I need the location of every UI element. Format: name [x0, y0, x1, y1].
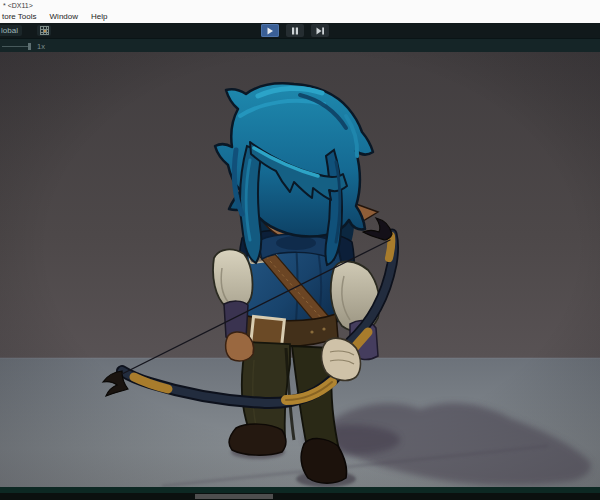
step-button[interactable]	[311, 24, 329, 37]
speed-slider-track[interactable]	[2, 46, 30, 47]
editor-toolbar: lobal	[0, 23, 600, 38]
menu-item-help[interactable]: Help	[91, 12, 107, 21]
pivot-global-label: lobal	[1, 26, 18, 35]
bottom-scrollbar-track[interactable]	[0, 493, 600, 500]
bow-gold-tip-upper	[389, 236, 391, 258]
preview-speed-bar: 1x	[0, 38, 600, 52]
play-button[interactable]	[261, 24, 279, 37]
menu-item-store-tools[interactable]: tore Tools	[2, 12, 37, 21]
left-hand	[226, 332, 254, 361]
menu-bar: tore Tools Window Help	[0, 10, 600, 23]
pivot-global-button[interactable]: lobal	[0, 25, 22, 36]
playback-controls	[261, 24, 329, 37]
character-preview-scene	[0, 52, 600, 487]
pause-icon	[291, 27, 299, 35]
grid-snap-button[interactable]	[37, 25, 51, 36]
horizontal-scrollbar-thumb[interactable]	[195, 494, 273, 499]
step-forward-icon	[316, 27, 325, 35]
menu-item-window[interactable]: Window	[50, 12, 78, 21]
window-titlebar: * <DX11>	[0, 0, 600, 10]
unity-editor-window: * <DX11> tore Tools Window Help lobal	[0, 0, 600, 500]
speed-label: 1x	[37, 42, 45, 51]
grid-snap-icon	[40, 26, 49, 35]
speed-slider-knob[interactable]	[28, 43, 31, 50]
pause-button[interactable]	[286, 24, 304, 37]
preview-viewport[interactable]	[0, 52, 600, 487]
play-icon	[266, 27, 274, 35]
window-title: * <DX11>	[3, 2, 33, 9]
